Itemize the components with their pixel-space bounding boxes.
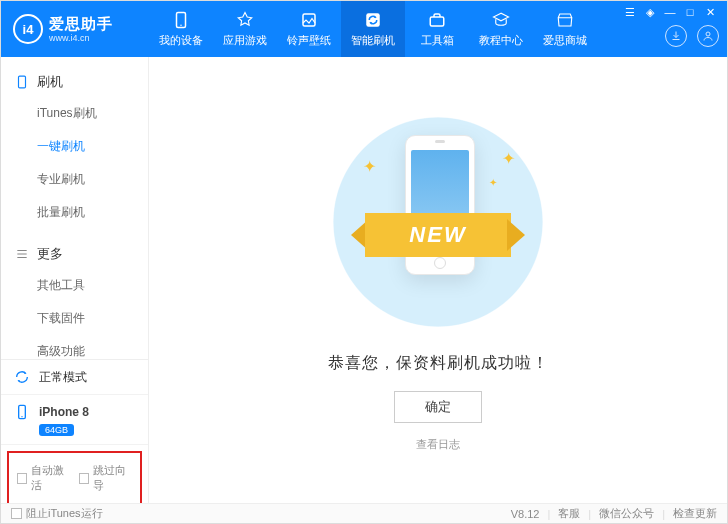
sidebar-item-advanced[interactable]: 高级功能 <box>1 335 148 359</box>
apps-icon <box>235 10 255 30</box>
skip-guide-checkbox[interactable]: 跳过向导 <box>79 463 133 493</box>
app-header: i4 爱思助手 www.i4.cn 我的设备 应用游戏 铃声壁纸 智能刷机 工具… <box>1 1 727 57</box>
version-label: V8.12 <box>511 508 540 520</box>
store-icon <box>555 10 575 30</box>
block-itunes-checkbox[interactable]: 阻止iTunes运行 <box>11 506 103 521</box>
star-icon: ✦ <box>363 157 376 176</box>
skin-icon[interactable]: ◈ <box>643 5 657 19</box>
mode-label: 正常模式 <box>39 369 87 386</box>
device-row[interactable]: iPhone 8 64GB <box>1 395 148 445</box>
sidebar-item-oneclick-flash[interactable]: 一键刷机 <box>1 130 148 163</box>
maximize-icon[interactable]: □ <box>683 5 697 19</box>
wechat-link[interactable]: 微信公众号 <box>599 506 654 521</box>
settings-icon[interactable]: ☰ <box>623 5 637 19</box>
logo: i4 爱思助手 www.i4.cn <box>1 14 149 44</box>
sidebar-item-download-firmware[interactable]: 下载固件 <box>1 302 148 335</box>
sidebar-item-itunes-flash[interactable]: iTunes刷机 <box>1 97 148 130</box>
svg-rect-3 <box>366 13 380 27</box>
phone-icon <box>171 10 191 30</box>
nav-ringtones[interactable]: 铃声壁纸 <box>277 1 341 57</box>
download-icon[interactable] <box>665 25 687 47</box>
ok-button[interactable]: 确定 <box>394 391 482 423</box>
status-bar: 阻止iTunes运行 V8.12 | 客服 | 微信公众号 | 检查更新 <box>1 503 727 523</box>
svg-rect-4 <box>430 17 444 26</box>
sidebar-item-other-tools[interactable]: 其他工具 <box>1 269 148 302</box>
sidebar-item-pro-flash[interactable]: 专业刷机 <box>1 163 148 196</box>
toolbox-icon <box>427 10 447 30</box>
options-row: 自动激活 跳过向导 <box>7 451 142 505</box>
nav-my-device[interactable]: 我的设备 <box>149 1 213 57</box>
sidebar-group-more[interactable]: 更多 <box>1 239 148 269</box>
success-illustration: ✦ ✦ ✦ NEW <box>333 117 543 327</box>
sidebar-item-batch-flash[interactable]: 批量刷机 <box>1 196 148 229</box>
nav-apps[interactable]: 应用游戏 <box>213 1 277 57</box>
sidebar: 刷机 iTunes刷机 一键刷机 专业刷机 批量刷机 更多 其他工具 下载固件 … <box>1 57 149 505</box>
nav-toolbox[interactable]: 工具箱 <box>405 1 469 57</box>
nav-tutorial[interactable]: 教程中心 <box>469 1 533 57</box>
logo-icon: i4 <box>13 14 43 44</box>
minimize-icon[interactable]: — <box>663 5 677 19</box>
svg-point-5 <box>706 32 710 36</box>
view-log-link[interactable]: 查看日志 <box>149 437 727 452</box>
window-controls: ☰ ◈ — □ ✕ <box>621 1 719 23</box>
main-panel: ✦ ✦ ✦ NEW 恭喜您，保资料刷机成功啦！ 确定 查看日志 <box>149 57 727 505</box>
list-icon <box>15 247 29 261</box>
auto-activate-checkbox[interactable]: 自动激活 <box>17 463 71 493</box>
support-link[interactable]: 客服 <box>558 506 580 521</box>
sidebar-group-flash[interactable]: 刷机 <box>1 67 148 97</box>
nav-store[interactable]: 爱思商城 <box>533 1 597 57</box>
svg-point-1 <box>180 25 182 27</box>
top-nav: 我的设备 应用游戏 铃声壁纸 智能刷机 工具箱 教程中心 爱思商城 <box>149 1 597 57</box>
nav-flash[interactable]: 智能刷机 <box>341 1 405 57</box>
svg-point-8 <box>21 416 22 417</box>
close-icon[interactable]: ✕ <box>703 5 717 19</box>
svg-rect-6 <box>19 76 26 88</box>
tutorial-icon <box>491 10 511 30</box>
refresh-icon <box>13 368 31 386</box>
storage-badge: 64GB <box>39 424 74 436</box>
flash-icon <box>363 10 383 30</box>
logo-url: www.i4.cn <box>49 34 113 43</box>
success-message: 恭喜您，保资料刷机成功啦！ <box>149 353 727 374</box>
device-icon <box>15 75 29 89</box>
logo-title: 爱思助手 <box>49 16 113 31</box>
user-icon[interactable] <box>697 25 719 47</box>
star-icon: ✦ <box>489 177 497 188</box>
phone-small-icon <box>13 403 31 421</box>
star-icon: ✦ <box>502 149 515 168</box>
new-ribbon: NEW <box>345 207 531 263</box>
wallpaper-icon <box>299 10 319 30</box>
mode-row[interactable]: 正常模式 <box>1 360 148 395</box>
device-name: iPhone 8 <box>39 405 89 419</box>
check-update-link[interactable]: 检查更新 <box>673 506 717 521</box>
